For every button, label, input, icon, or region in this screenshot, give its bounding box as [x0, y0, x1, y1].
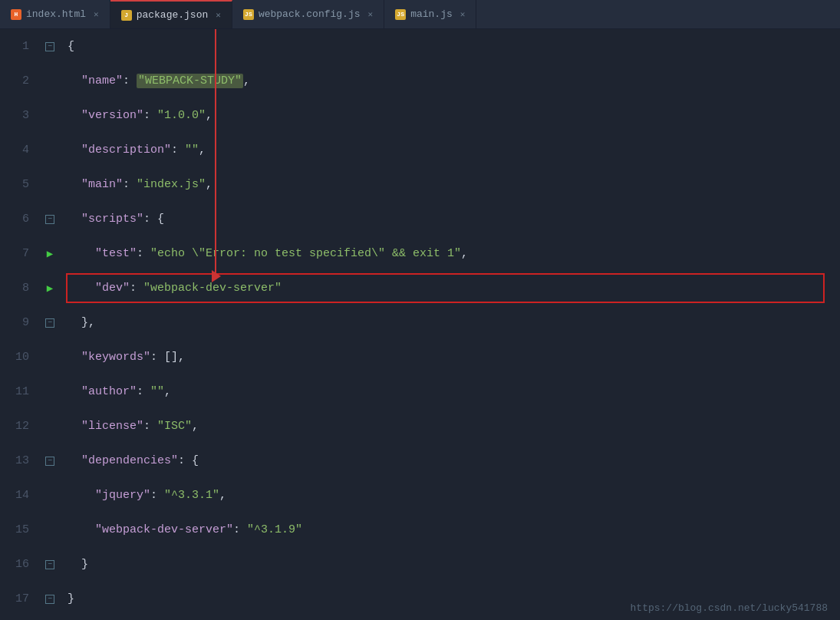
code-line-10: "keywords": [],: [68, 340, 840, 374]
gutter-10: [38, 340, 61, 374]
code-brace-close-16: }: [68, 558, 88, 571]
code-key-test: "test": [68, 247, 137, 260]
code-key-webpack-dev-server: "webpack-dev-server": [68, 523, 233, 536]
code-content: { "name": "WEBPACK-STUDY", "version": "1…: [61, 29, 840, 620]
tab-close-webpack-config-js[interactable]: ✕: [368, 9, 374, 19]
gutter-11: [38, 374, 61, 409]
code-value-license: "ISC": [157, 420, 192, 433]
tab-main-js[interactable]: JS main.js ✕: [384, 0, 476, 28]
code-key-keywords: "keywords": [68, 351, 150, 364]
code-line-6: "scripts": {: [68, 202, 840, 236]
code-line-8: "dev": "webpack-dev-server": [68, 271, 840, 305]
tab-index-html[interactable]: H index.html ✕: [0, 0, 110, 28]
code-colon-13: :: [178, 454, 192, 467]
code-value-dev: "webpack-dev-server": [143, 282, 282, 295]
tab-label-index-html: index.html: [26, 8, 86, 20]
code-key-dependencies: "dependencies": [68, 454, 178, 467]
code-line-1: {: [68, 29, 840, 64]
code-comma-5: ,: [206, 178, 212, 191]
fold-icon-13[interactable]: −: [45, 457, 54, 466]
code-line-13: "dependencies": {: [68, 444, 840, 478]
watermark: https://blog.csdn.net/lucky541788: [631, 602, 828, 614]
code-colon-11: :: [137, 385, 150, 398]
gutter-5: [38, 167, 61, 202]
line-numbers: 1 2 3 4 5 6 7 8 9 10 11 12 13 14 15 16 1…: [0, 29, 38, 620]
line-num-16: 16: [0, 547, 38, 582]
code-line-7: "test": "echo \"Error: no test specified…: [68, 236, 840, 271]
fold-icon-9[interactable]: −: [45, 318, 54, 328]
tab-label-main-js: main.js: [410, 8, 453, 20]
code-colon-4: :: [171, 143, 185, 157]
gutter-6[interactable]: −: [38, 202, 61, 236]
run-arrow-8[interactable]: ▶: [47, 282, 53, 295]
gutter: − − ▶ ▶ −: [38, 29, 61, 620]
gutter-8[interactable]: ▶: [38, 271, 61, 305]
code-comma-2: ,: [243, 74, 250, 87]
code-brace-open-13: {: [192, 454, 199, 467]
code-key-jquery: "jquery": [68, 489, 150, 502]
code-line-3: "version": "1.0.0",: [68, 98, 840, 133]
gutter-15: [38, 513, 61, 547]
tab-label-webpack-config-js: webpack.config.js: [259, 8, 361, 20]
gutter-12: [38, 409, 61, 444]
gutter-7[interactable]: ▶: [38, 236, 61, 271]
fold-icon-1[interactable]: −: [45, 42, 54, 51]
gutter-1[interactable]: −: [38, 29, 61, 64]
tab-package-json[interactable]: J package.json ✕: [110, 0, 232, 28]
code-brace-close-17: }: [68, 592, 74, 605]
code-value-jquery: "^3.3.1": [164, 489, 219, 502]
code-comma-14: ,: [219, 489, 226, 502]
code-colon-2: :: [123, 74, 137, 87]
line-num-2: 2: [0, 64, 38, 98]
line-num-5: 5: [0, 167, 38, 202]
line-num-9: 9: [0, 305, 38, 340]
code-line-4: "description": "",: [68, 133, 840, 167]
tab-close-index-html[interactable]: ✕: [94, 9, 99, 19]
code-colon-3: :: [143, 109, 157, 122]
code-line-15: "webpack-dev-server": "^3.1.9": [68, 513, 840, 547]
code-colon-15: :: [233, 523, 247, 536]
tab-close-package-json[interactable]: ✕: [216, 10, 221, 20]
run-arrow-7[interactable]: ▶: [47, 247, 53, 260]
line-num-17: 17: [0, 582, 38, 616]
gutter-2: [38, 64, 61, 98]
gutter-3: [38, 98, 61, 133]
fold-icon-6[interactable]: −: [45, 215, 54, 224]
code-key-scripts: "scripts": [68, 213, 143, 226]
code-comma-9: ,: [88, 316, 95, 329]
tab-webpack-config-js[interactable]: JS webpack.config.js ✕: [232, 0, 384, 28]
gutter-4: [38, 133, 61, 167]
code-brace-close-9: }: [68, 316, 88, 329]
line-num-1: 1: [0, 29, 38, 64]
code-comma-4: ,: [199, 143, 206, 157]
code-value-webpack-dev-server: "^3.1.9": [247, 523, 302, 536]
line-num-15: 15: [0, 513, 38, 547]
json-icon: J: [121, 10, 132, 21]
code-comma-11: ,: [164, 385, 171, 398]
gutter-17[interactable]: −: [38, 582, 61, 616]
tab-bar: H index.html ✕ J package.json ✕ JS webpa…: [0, 0, 840, 29]
code-colon-6: :: [143, 213, 157, 226]
code-value-version: "1.0.0": [157, 109, 206, 122]
code-colon-10: :: [150, 351, 164, 364]
fold-icon-16[interactable]: −: [45, 560, 54, 569]
code-comma-12: ,: [192, 420, 199, 433]
code-value-main: "index.js": [137, 178, 206, 191]
gutter-9[interactable]: −: [38, 305, 61, 340]
code-text-1: {: [68, 40, 74, 53]
tab-close-main-js[interactable]: ✕: [460, 9, 466, 19]
gutter-16[interactable]: −: [38, 547, 61, 582]
line-num-12: 12: [0, 409, 38, 444]
code-comma-10: ,: [178, 351, 185, 364]
line-num-3: 3: [0, 98, 38, 133]
code-value-keywords: []: [164, 351, 178, 364]
line-num-11: 11: [0, 374, 38, 409]
code-colon-8: :: [130, 282, 143, 295]
line-num-8: 8: [0, 271, 38, 305]
gutter-13[interactable]: −: [38, 444, 61, 478]
fold-icon-17[interactable]: −: [45, 595, 54, 604]
code-comma-7: ,: [461, 247, 468, 260]
tab-label-package-json: package.json: [137, 9, 209, 21]
js-icon-2: JS: [395, 9, 406, 20]
gutter-14: [38, 478, 61, 513]
